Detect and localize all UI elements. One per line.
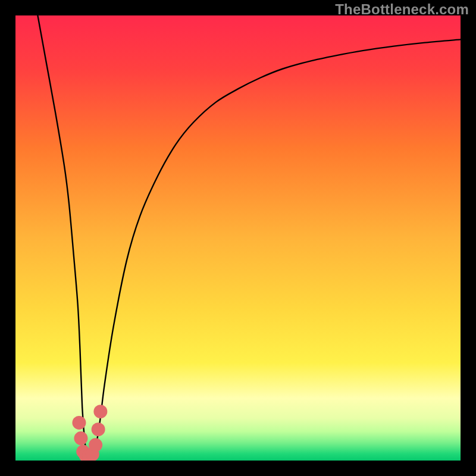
- marker-dot: [93, 405, 107, 418]
- marker-dot: [74, 431, 87, 445]
- marker-dot: [92, 422, 105, 436]
- marker-dot: [72, 416, 86, 430]
- chart-canvas: [15, 15, 461, 461]
- marker-dot: [89, 438, 102, 452]
- plot-area: [15, 15, 461, 461]
- outer-frame: TheBottleneck.com: [0, 0, 476, 476]
